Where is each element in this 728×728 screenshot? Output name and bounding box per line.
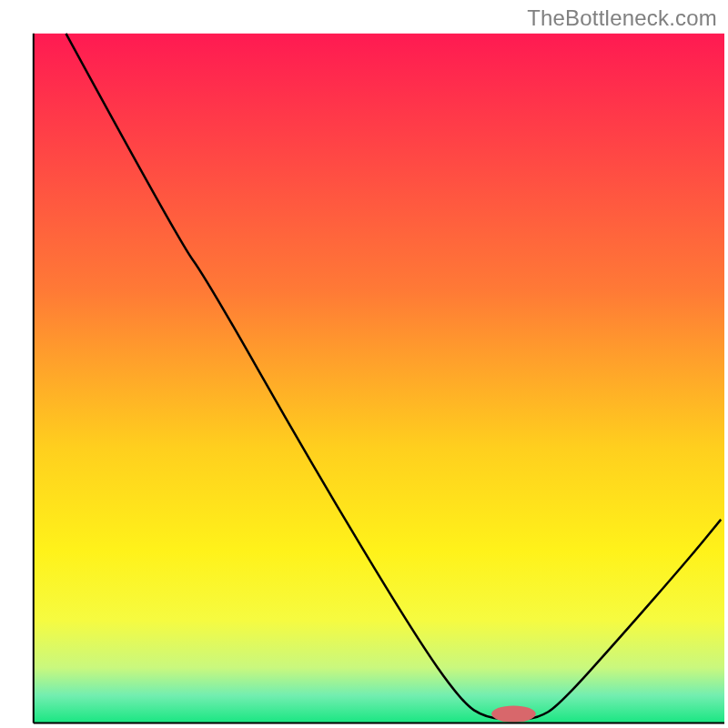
watermark-label: TheBottleneck.com <box>527 5 717 31</box>
plot-background <box>34 34 724 723</box>
bottleneck-chart: TheBottleneck.com <box>0 0 728 728</box>
chart-canvas <box>0 0 728 728</box>
optimal-marker <box>491 705 536 722</box>
